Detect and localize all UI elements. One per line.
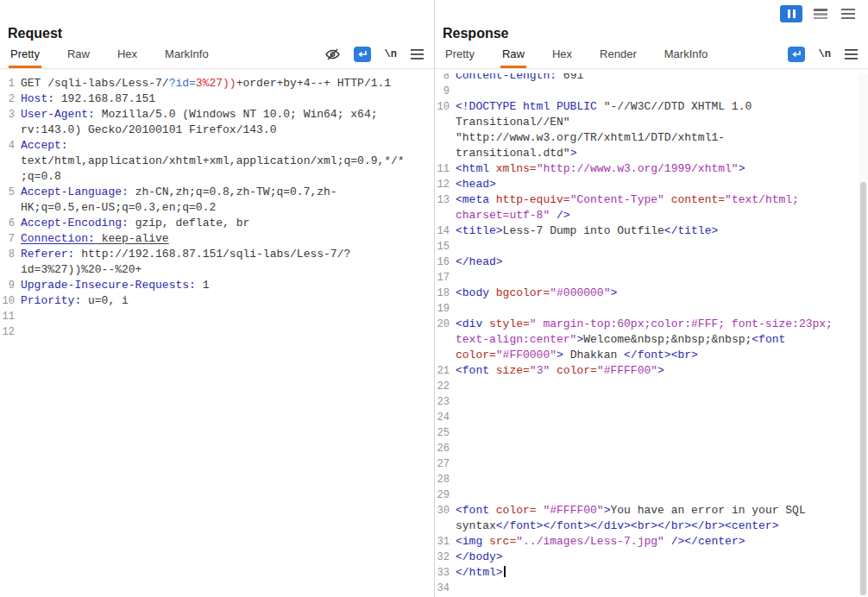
eye-off-icon[interactable] bbox=[325, 48, 340, 60]
line-number: 15 bbox=[435, 239, 456, 255]
menu-icon[interactable] bbox=[839, 5, 858, 22]
code-line: 7Connection: keep-alive bbox=[0, 231, 434, 247]
code-text[interactable] bbox=[456, 472, 840, 487]
code-line: 20<div style=" margin-top:60px;color:#FF… bbox=[435, 317, 868, 363]
menu-icon[interactable] bbox=[845, 49, 858, 60]
tab-markinfo[interactable]: MarkInfo bbox=[163, 42, 211, 68]
code-text[interactable]: <head> bbox=[456, 177, 840, 192]
line-number: 18 bbox=[435, 286, 456, 301]
code-text[interactable]: Accept-Encoding: gzip, deflate, br bbox=[21, 216, 405, 231]
pause-button[interactable] bbox=[780, 5, 802, 22]
code-line: 8Content-Length: 691 bbox=[435, 73, 868, 84]
line-number: 13 bbox=[435, 192, 456, 208]
code-text[interactable] bbox=[456, 456, 840, 472]
code-line: 31<img src="../images/Less-7.jpg" /></ce… bbox=[435, 534, 868, 550]
code-line: 5Accept-Language: zh-CN,zh;q=0.8,zh-TW;q… bbox=[0, 185, 434, 216]
tab-pretty[interactable]: Pretty bbox=[9, 42, 41, 68]
code-text[interactable] bbox=[456, 394, 840, 410]
code-line: 32</body> bbox=[435, 550, 868, 565]
line-number: 28 bbox=[435, 472, 456, 487]
scrollbar-thumb[interactable] bbox=[860, 182, 866, 595]
code-text[interactable] bbox=[456, 84, 840, 99]
code-line: 14<title>Less-7 Dump into Outfile</title… bbox=[435, 223, 868, 239]
tab-render[interactable]: Render bbox=[598, 42, 638, 68]
code-text[interactable]: <img src="../images/Less-7.jpg" /></cent… bbox=[456, 534, 840, 550]
code-text[interactable] bbox=[456, 425, 840, 441]
request-panel: Request PrettyRawHexMarkInfo bbox=[0, 0, 434, 597]
line-number: 30 bbox=[435, 503, 456, 518]
code-text[interactable]: </body> bbox=[456, 550, 840, 565]
code-text[interactable] bbox=[456, 487, 840, 503]
code-text[interactable]: Accept: text/html,application/xhtml+xml,… bbox=[21, 138, 405, 185]
tab-raw[interactable]: Raw bbox=[66, 42, 91, 68]
line-number: 9 bbox=[435, 84, 456, 99]
newline-icon[interactable]: \n bbox=[819, 48, 831, 60]
line-number: 2 bbox=[0, 91, 21, 107]
code-line: 3User-Agent: Mozilla/5.0 (Windows NT 10.… bbox=[0, 107, 434, 138]
line-number: 31 bbox=[435, 534, 456, 550]
newline-icon[interactable]: \n bbox=[385, 48, 397, 60]
code-text[interactable]: <meta http-equiv="Content-Type" content=… bbox=[456, 192, 840, 223]
code-text[interactable]: Connection: keep-alive bbox=[21, 231, 405, 247]
code-text[interactable]: Priority: u=0, i bbox=[21, 293, 405, 309]
code-line: 11<html xmlns="http://www.w3.org/1999/xh… bbox=[435, 161, 868, 177]
line-number: 6 bbox=[0, 216, 21, 231]
code-text[interactable]: Content-Length: 691 bbox=[456, 73, 840, 84]
tab-raw[interactable]: Raw bbox=[500, 42, 526, 68]
code-line: 19 bbox=[435, 301, 868, 317]
line-number: 27 bbox=[435, 456, 456, 472]
code-line: 28 bbox=[435, 472, 868, 487]
code-text[interactable]: <!DOCTYPE html PUBLIC "-//W3C//DTD XHTML… bbox=[456, 99, 840, 161]
code-line: 30<font color= "#FFFF00">You have an err… bbox=[435, 503, 868, 534]
code-text[interactable]: Referer: http://192.168.87.151/sqli-labs… bbox=[21, 247, 405, 278]
code-text[interactable]: </head> bbox=[456, 255, 840, 270]
code-text[interactable]: <font color= "#FFFF00">You have an error… bbox=[456, 503, 840, 534]
code-text[interactable]: GET /sqli-labs/Less-7/?id=3%27))+order+b… bbox=[21, 76, 405, 91]
layout-rows-icon[interactable] bbox=[811, 5, 830, 22]
line-number: 12 bbox=[0, 324, 21, 340]
code-text[interactable]: <div style=" margin-top:60px;color:#FFF;… bbox=[456, 317, 840, 363]
line-number: 32 bbox=[435, 550, 456, 565]
code-text[interactable]: <title>Less-7 Dump into Outfile</title> bbox=[456, 223, 840, 239]
code-text[interactable]: Accept-Language: zh-CN,zh;q=0.8,zh-TW;q=… bbox=[21, 185, 405, 216]
response-scrollbar[interactable] bbox=[859, 73, 868, 597]
line-number: 22 bbox=[435, 379, 456, 394]
code-text[interactable] bbox=[456, 270, 840, 286]
code-line: 17 bbox=[435, 270, 868, 286]
wrap-icon[interactable] bbox=[788, 47, 805, 62]
line-number: 33 bbox=[435, 565, 456, 581]
code-text[interactable]: User-Agent: Mozilla/5.0 (Windows NT 10.0… bbox=[21, 107, 405, 138]
request-toolbar-icons: \n bbox=[325, 47, 424, 68]
code-text[interactable]: <html xmlns="http://www.w3.org/1999/xhtm… bbox=[456, 161, 840, 177]
code-text[interactable]: </html> bbox=[456, 565, 840, 581]
tab-pretty[interactable]: Pretty bbox=[443, 42, 476, 68]
code-text[interactable] bbox=[21, 324, 405, 340]
code-text[interactable]: <font size="3" color="#FFFF00"> bbox=[456, 363, 840, 379]
code-text[interactable] bbox=[21, 309, 405, 324]
request-editor[interactable]: 1GET /sqli-labs/Less-7/?id=3%27))+order+… bbox=[0, 73, 434, 597]
response-editor[interactable]: 8Content-Length: 6919 10<!DOCTYPE html P… bbox=[435, 73, 868, 597]
request-title: Request bbox=[8, 26, 434, 41]
code-text[interactable] bbox=[456, 581, 840, 596]
code-text[interactable] bbox=[456, 379, 840, 394]
code-text[interactable] bbox=[456, 239, 840, 255]
line-number: 5 bbox=[0, 185, 21, 200]
code-line: 8Referer: http://192.168.87.151/sqli-lab… bbox=[0, 247, 434, 278]
code-line: 9 bbox=[435, 84, 868, 99]
line-number: 29 bbox=[435, 487, 456, 503]
wrap-icon[interactable] bbox=[354, 47, 371, 62]
tab-hex[interactable]: Hex bbox=[116, 42, 139, 68]
code-text[interactable] bbox=[456, 410, 840, 425]
code-text[interactable] bbox=[456, 441, 840, 456]
code-text[interactable] bbox=[456, 301, 840, 317]
menu-icon[interactable] bbox=[411, 49, 424, 60]
tab-markinfo[interactable]: MarkInfo bbox=[663, 42, 710, 68]
code-line: 6Accept-Encoding: gzip, deflate, br bbox=[0, 216, 434, 231]
response-toolbar-icons: \n bbox=[788, 47, 858, 68]
tab-hex[interactable]: Hex bbox=[550, 42, 574, 68]
code-line: 33</html> bbox=[435, 565, 868, 581]
code-text[interactable]: Upgrade-Insecure-Requests: 1 bbox=[21, 278, 405, 293]
code-text[interactable]: Host: 192.168.87.151 bbox=[21, 91, 405, 107]
line-number: 25 bbox=[435, 425, 456, 441]
code-text[interactable]: <body bgcolor="#000000"> bbox=[456, 286, 840, 301]
